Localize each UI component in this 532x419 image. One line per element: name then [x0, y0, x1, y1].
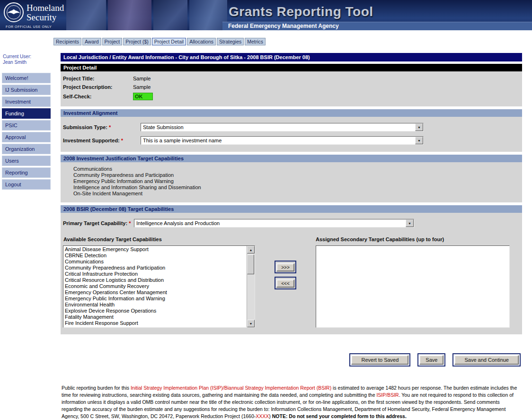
listbox-option[interactable]: Environmental Health: [63, 302, 247, 308]
project-description-row: Project Description: Sample: [61, 83, 522, 91]
tab-recipients[interactable]: Recipients: [53, 38, 81, 45]
bsir-capabilities-section: Primary Target Capability: * Intelligenc…: [61, 213, 522, 334]
listbox-option[interactable]: Critical Resource Logistics and Distribu…: [63, 277, 247, 283]
listbox-option[interactable]: Fire Incident Response Support: [63, 320, 247, 326]
available-capabilities-label: Available Secondary Target Capabilities: [61, 236, 255, 242]
main-content: Local Jurisdiction / Entity Award Inform…: [61, 53, 522, 419]
current-user-label: Current User:: [3, 54, 51, 60]
move-left-wrap: <<<: [275, 277, 296, 289]
assigned-capabilities-options: [316, 246, 509, 327]
listbox-scrollbar[interactable]: ▲ ▼: [247, 246, 255, 327]
sidebar-item-logout[interactable]: Logout: [2, 179, 51, 190]
tab-project-detail[interactable]: Project Detail: [152, 38, 186, 45]
assigned-capabilities-listbox[interactable]: [316, 245, 510, 328]
submission-type-row: Submission Type: * State Submission ▼: [61, 121, 522, 134]
submission-type-dropdown[interactable]: State Submission ▼: [141, 123, 424, 131]
listbox-option[interactable]: Community Preparedness and Participation: [63, 265, 247, 271]
current-user: Current User: Jean Smith: [3, 54, 51, 65]
dhs-logo: Homeland Security: [4, 2, 64, 22]
burden-highlight-text: XXXX: [256, 413, 269, 419]
ij-capabilities-list: CommunicationsCommunity Preparedness and…: [73, 166, 522, 197]
project-description-label: Project Description:: [63, 84, 133, 90]
scroll-down-icon: ▼: [249, 322, 253, 325]
listbox-option[interactable]: CBRNE Detection: [63, 253, 247, 259]
project-detail-section: Project Title: Sample Project Descriptio…: [61, 71, 522, 106]
save-continue-button-wrap: Save and Continue: [452, 353, 521, 367]
section-header-investment-alignment: Investment Alignment: [61, 109, 522, 117]
tab-project[interactable]: Project ($): [123, 38, 151, 45]
tab-project[interactable]: Project: [102, 38, 123, 45]
primary-capability-dropdown[interactable]: Intelligence Analysis and Production ▼: [134, 219, 414, 227]
listbox-option[interactable]: Explosive Device Response Operations: [63, 308, 247, 314]
project-title-row: Project Title: Sample: [61, 74, 522, 83]
capability-item: On-Site Incident Management: [73, 191, 522, 197]
agency-name: Federal Emergency Management Agency: [222, 22, 532, 30]
primary-capability-row: Primary Target Capability: * Intelligenc…: [61, 217, 522, 230]
scrollbar-track[interactable]: [247, 253, 255, 320]
burden-text: NOTE: Do not send your completed form to…: [272, 413, 407, 419]
investment-supported-label: Investment Supported: *: [63, 138, 141, 143]
sidebar-item-organization[interactable]: Organization: [2, 144, 51, 154]
dropdown-arrow-icon[interactable]: ▼: [415, 137, 423, 144]
tab-metrics[interactable]: Metrics: [245, 38, 266, 45]
sidebar-item-approval[interactable]: Approval: [2, 132, 51, 142]
app-title: Grants Reporting Tool: [229, 4, 373, 19]
transfer-buttons: >>> <<<: [255, 245, 316, 328]
listbox-option[interactable]: Fatality Management: [63, 314, 247, 320]
listbox-option[interactable]: Emergency Public Information and Warning: [63, 296, 247, 302]
listbox-option[interactable]: Emergency Operations Center Management: [63, 289, 247, 296]
burden-highlight-text: ISIP/BSIR: [376, 392, 399, 398]
required-asterisk: *: [109, 124, 111, 130]
move-right-button[interactable]: >>>: [276, 263, 294, 271]
tab-strategies[interactable]: Strategies: [217, 38, 244, 45]
submission-type-value: State Submission: [141, 123, 415, 131]
section-header-bsir-capabilities: 2008 BSIR (December 08) Target Capabilit…: [61, 205, 522, 213]
app-header: Homeland Security FOR OFFICIAL USE ONLY …: [0, 0, 532, 30]
primary-capability-value: Intelligence Analysis and Production: [134, 219, 406, 227]
capability-item: Communications: [73, 166, 522, 172]
revert-to-saved-button[interactable]: Revert to Saved: [351, 355, 408, 365]
project-title-value: Sample: [133, 76, 151, 81]
listbox-option[interactable]: Animal Disease Emergency Support: [63, 246, 247, 253]
scroll-down-button[interactable]: ▼: [247, 320, 255, 327]
scroll-up-icon: ▲: [249, 248, 253, 252]
self-check-label: Self-Check:: [63, 94, 133, 99]
revert-button-wrap: Revert to Saved: [349, 353, 410, 367]
scroll-up-button[interactable]: ▲: [247, 246, 255, 253]
primary-capability-label: Primary Target Capability: *: [63, 220, 134, 226]
sidebar-item-users[interactable]: Users: [2, 156, 51, 166]
sidebar: Current User: Jean Smith Welcome!IJ Subm…: [2, 53, 51, 191]
sidebar-item-investment[interactable]: Investment: [2, 96, 51, 107]
tab-allocations[interactable]: Allocations: [187, 38, 216, 45]
dhs-seal-icon: [4, 2, 24, 22]
capability-item: Emergency Public Information and Warning: [73, 178, 522, 184]
official-use-label: FOR OFFICIAL USE ONLY: [6, 25, 52, 28]
investment-supported-dropdown[interactable]: This is a sample investment name ▼: [141, 136, 424, 145]
burden-text: Public reporting burden for this: [62, 385, 131, 391]
project-title-label: Project Title:: [63, 76, 133, 81]
move-left-button[interactable]: <<<: [276, 279, 294, 288]
tab-award[interactable]: Award: [82, 38, 101, 45]
dept-name: Homeland Security: [27, 2, 64, 22]
save-and-continue-button[interactable]: Save and Continue: [454, 355, 519, 365]
submission-type-label: Submission Type: *: [63, 124, 141, 130]
sidebar-item-welcome[interactable]: Welcome!: [2, 73, 51, 83]
scrollbar-thumb[interactable]: [247, 254, 254, 274]
listbox-option[interactable]: Economic and Community Recovery: [63, 283, 247, 289]
listbox-option[interactable]: Critical Infrastructure Protection: [63, 271, 247, 277]
investment-alignment-section: Submission Type: * State Submission ▼ In…: [61, 117, 522, 152]
section-header-project-detail: Project Detail: [61, 64, 522, 71]
sidebar-item-psic[interactable]: PSIC: [2, 120, 51, 131]
sidebar-menu: Welcome!IJ SubmissionInvestmentFundingPS…: [2, 73, 51, 190]
sidebar-item-ij-submission[interactable]: IJ Submission: [2, 85, 51, 95]
sidebar-item-reporting[interactable]: Reporting: [2, 167, 51, 178]
required-asterisk: *: [129, 220, 131, 226]
dropdown-arrow-icon[interactable]: ▼: [415, 123, 423, 131]
tab-bar: RecipientsAwardProjectProject ($)Project…: [53, 38, 532, 45]
save-button[interactable]: Save: [419, 355, 443, 365]
self-check-row: Self-Check: OK: [61, 91, 522, 102]
available-capabilities-listbox[interactable]: Animal Disease Emergency SupportCBRNE De…: [63, 245, 255, 328]
sidebar-item-funding[interactable]: Funding: [2, 108, 51, 119]
dropdown-arrow-icon[interactable]: ▼: [406, 219, 414, 227]
listbox-option[interactable]: Communications: [63, 259, 247, 265]
